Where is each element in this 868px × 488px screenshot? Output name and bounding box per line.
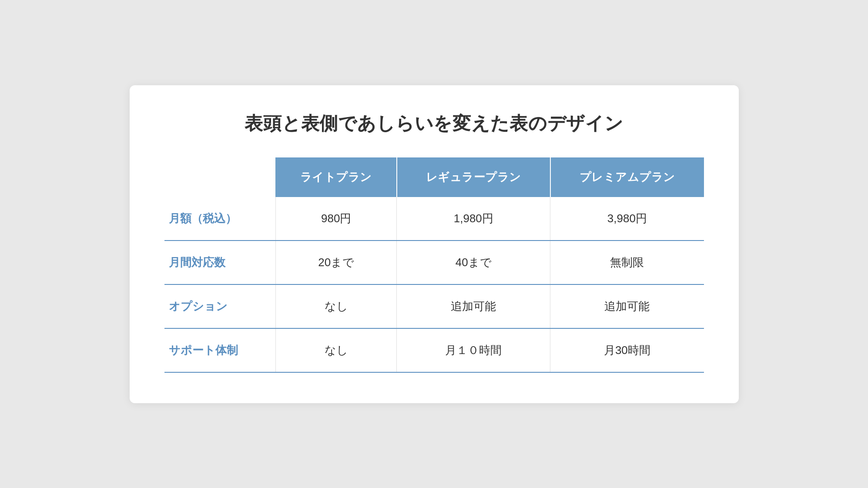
header-empty	[164, 157, 276, 197]
row-col1-option: なし	[275, 284, 396, 328]
table-wrapper: ライトプラン レギュラープラン プレミアムプラン 月額（税込） 980円 1,9…	[164, 157, 704, 373]
row-col2-support: 月１０時間	[397, 328, 550, 372]
row-col3-support: 月30時間	[550, 328, 704, 372]
header-col2: レギュラープラン	[397, 157, 550, 197]
row-col1-support: なし	[275, 328, 396, 372]
row-col3-option: 追加可能	[550, 284, 704, 328]
table-row: サポート体制 なし 月１０時間 月30時間	[164, 328, 704, 372]
row-col1-monthly-fee: 980円	[275, 197, 396, 241]
row-col2-option: 追加可能	[397, 284, 550, 328]
row-label-monthly-fee: 月額（税込）	[164, 197, 276, 241]
header-col3: プレミアムプラン	[550, 157, 704, 197]
header-col1: ライトプラン	[275, 157, 396, 197]
row-col3-monthly-fee: 3,980円	[550, 197, 704, 241]
table-row: オプション なし 追加可能 追加可能	[164, 284, 704, 328]
row-label-monthly-count: 月間対応数	[164, 241, 276, 284]
table-header-row: ライトプラン レギュラープラン プレミアムプラン	[164, 157, 704, 197]
page-title: 表頭と表側であしらいを変えた表のデザイン	[164, 111, 704, 136]
row-label-option: オプション	[164, 284, 276, 328]
row-label-support: サポート体制	[164, 328, 276, 372]
row-col1-monthly-count: 20まで	[275, 241, 396, 284]
row-col2-monthly-count: 40まで	[397, 241, 550, 284]
table-row: 月間対応数 20まで 40まで 無制限	[164, 241, 704, 284]
table-row: 月額（税込） 980円 1,980円 3,980円	[164, 197, 704, 241]
row-col2-monthly-fee: 1,980円	[397, 197, 550, 241]
main-card: 表頭と表側であしらいを変えた表のデザイン ライトプラン レギュラープラン プレミ…	[130, 85, 739, 403]
pricing-table: ライトプラン レギュラープラン プレミアムプラン 月額（税込） 980円 1,9…	[164, 157, 704, 373]
row-col3-monthly-count: 無制限	[550, 241, 704, 284]
